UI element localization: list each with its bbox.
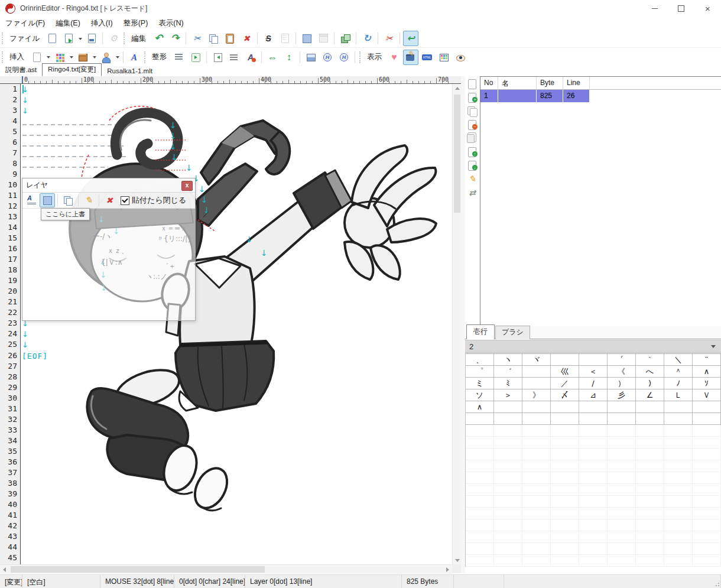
palette-char-cell[interactable] — [636, 413, 664, 425]
palette-char-cell[interactable] — [494, 413, 522, 425]
palette-char-cell[interactable] — [664, 401, 693, 413]
palette-char-cell[interactable]: ＼ — [664, 354, 693, 366]
arrow-v-button[interactable] — [281, 50, 297, 65]
palette-char-cell[interactable] — [466, 555, 494, 567]
palette-char-cell[interactable]: ｿ — [693, 378, 721, 389]
a-minus-button[interactable] — [243, 50, 258, 65]
tab-manual[interactable]: 説明書.ast — [0, 64, 42, 76]
palette-char-cell[interactable] — [551, 472, 579, 484]
palette-char-cell[interactable] — [664, 437, 693, 449]
palette-char-cell[interactable] — [494, 496, 522, 508]
palette-char-cell[interactable] — [636, 472, 664, 484]
italic-a-button[interactable] — [126, 50, 142, 65]
palette-char-cell[interactable] — [494, 425, 522, 437]
palette-char-cell[interactable] — [693, 460, 721, 472]
palette-char-cell[interactable]: / — [579, 378, 608, 389]
palette-char-cell[interactable] — [693, 508, 721, 519]
html-button[interactable] — [420, 50, 435, 65]
palette-char-cell[interactable] — [522, 543, 551, 555]
palette-char-cell[interactable] — [693, 413, 721, 425]
palette-char-cell[interactable] — [494, 460, 522, 472]
palette-char-cell[interactable] — [608, 449, 636, 460]
palette-char-cell[interactable] — [494, 484, 522, 496]
page-copy-button[interactable] — [466, 105, 479, 117]
palette-char-cell[interactable] — [608, 437, 636, 449]
cut-button[interactable] — [189, 31, 204, 46]
layer-palette-titlebar[interactable]: レイヤ x — [22, 178, 195, 193]
palette-char-cell[interactable] — [551, 496, 579, 508]
column-no[interactable]: No — [480, 77, 498, 89]
dropdown-chevron[interactable] — [77, 31, 83, 46]
palette-char-cell[interactable] — [494, 401, 522, 413]
palette-char-cell[interactable] — [636, 449, 664, 460]
undo-button[interactable] — [151, 31, 166, 46]
palette-char-cell[interactable]: ソ — [466, 389, 494, 401]
uturn-button[interactable] — [403, 31, 418, 46]
palette-char-cell[interactable] — [693, 555, 721, 567]
palette-char-cell[interactable]: ミ — [466, 378, 494, 389]
palette-char-cell[interactable] — [579, 425, 608, 437]
palette-char-cell[interactable] — [579, 437, 608, 449]
palette-char-cell[interactable] — [608, 519, 636, 531]
palette-char-cell[interactable] — [551, 484, 579, 496]
palette-char-cell[interactable] — [466, 531, 494, 543]
swap-button[interactable] — [466, 186, 479, 199]
palette-char-cell[interactable] — [466, 460, 494, 472]
column-byte[interactable]: Byte — [537, 77, 563, 89]
tab-single-line[interactable]: 壱行 — [466, 324, 495, 339]
palette-char-cell[interactable] — [551, 437, 579, 449]
palette-char-cell[interactable] — [551, 413, 579, 425]
palette-char-cell[interactable] — [579, 519, 608, 531]
palette-char-cell[interactable] — [466, 484, 494, 496]
palette-char-cell[interactable] — [494, 472, 522, 484]
palette-char-cell[interactable] — [522, 484, 551, 496]
column-name[interactable]: 名 — [498, 77, 537, 89]
palette-char-cell[interactable] — [522, 496, 551, 508]
palette-char-cell[interactable] — [693, 519, 721, 531]
palette-char-cell[interactable] — [664, 449, 693, 460]
palette-char-cell[interactable] — [579, 508, 608, 519]
palette-char-cell[interactable] — [693, 531, 721, 543]
palette-char-cell[interactable] — [466, 437, 494, 449]
palette-char-cell[interactable]: ｀ — [636, 354, 664, 366]
palette-char-cell[interactable] — [551, 425, 579, 437]
palette-char-cell[interactable] — [522, 555, 551, 567]
palette-button[interactable] — [436, 50, 452, 65]
palette-char-cell[interactable]: ﾐ — [494, 378, 522, 389]
palette-char-cell[interactable]: 巛 — [551, 366, 579, 378]
palette-char-cell[interactable] — [636, 425, 664, 437]
palette-char-cell[interactable] — [693, 401, 721, 413]
palette-char-cell[interactable] — [522, 366, 551, 378]
vertical-scroll-thumb[interactable] — [454, 95, 460, 213]
menu-format[interactable]: 整形(P) — [118, 17, 154, 30]
palette-char-cell[interactable] — [664, 555, 693, 567]
maximize-button[interactable] — [668, 0, 694, 17]
editor-horizontal-scrollbar[interactable] — [0, 564, 452, 574]
palette-char-cell[interactable] — [664, 496, 693, 508]
redo-button[interactable] — [167, 31, 183, 46]
palette-char-cell[interactable] — [579, 484, 608, 496]
palette-char-cell[interactable]: ＜ — [579, 366, 608, 378]
palette-char-cell[interactable] — [466, 543, 494, 555]
column-line[interactable]: Line — [563, 77, 590, 89]
menu-view[interactable]: 表示(N) — [153, 17, 189, 30]
palette-char-cell[interactable] — [579, 401, 608, 413]
box-button[interactable] — [75, 50, 90, 65]
menu-file[interactable]: ファイル(F) — [0, 17, 50, 30]
palette-char-cell[interactable] — [494, 449, 522, 460]
palette-char-cell[interactable] — [522, 508, 551, 519]
palette-char-cell[interactable]: ヾ — [522, 354, 551, 366]
rotate-button[interactable] — [359, 31, 375, 46]
page-add-button[interactable] — [466, 91, 479, 103]
palette-char-cell[interactable] — [494, 543, 522, 555]
palette-char-cell[interactable]: ヽ — [494, 354, 522, 366]
open-document-button[interactable] — [61, 31, 76, 46]
palette-char-cell[interactable] — [522, 531, 551, 543]
palette-char-cell[interactable] — [466, 519, 494, 531]
palette-char-cell[interactable] — [693, 425, 721, 437]
palette-char-cell[interactable] — [522, 472, 551, 484]
film-edit-button[interactable] — [403, 50, 418, 65]
edit-button[interactable] — [466, 173, 479, 185]
palette-char-cell[interactable] — [693, 484, 721, 496]
palette-char-cell[interactable] — [608, 531, 636, 543]
